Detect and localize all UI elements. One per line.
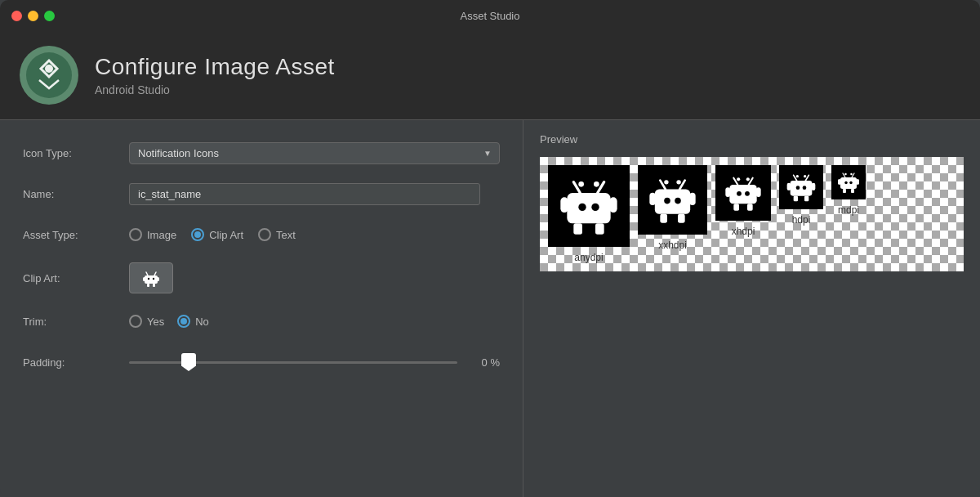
trim-row: Trim: Yes No (23, 308, 500, 334)
asset-type-text[interactable]: Text (258, 228, 296, 241)
svg-rect-32 (747, 204, 753, 210)
svg-rect-30 (756, 187, 761, 197)
window-title: Asset Studio (461, 10, 520, 22)
clip-art-control (129, 262, 500, 293)
android-icon-anydpi (556, 173, 621, 239)
svg-point-26 (664, 198, 670, 204)
svg-rect-39 (812, 183, 816, 190)
dpi-label-hdpi: hdpi (792, 214, 811, 226)
svg-point-9 (153, 278, 154, 280)
svg-point-27 (675, 198, 681, 204)
android-studio-logo (20, 46, 78, 105)
header-text: Configure Image Asset Android Studio (95, 54, 335, 96)
radio-trim-yes-label: Yes (147, 316, 164, 328)
radio-text-circle (258, 228, 271, 241)
svg-rect-40 (794, 196, 798, 202)
trim-control: Yes No (129, 315, 500, 328)
name-row: Name: (23, 181, 500, 207)
svg-rect-3 (145, 275, 158, 284)
svg-rect-11 (560, 197, 568, 213)
svg-rect-14 (595, 223, 604, 234)
asset-type-label: Asset Type: (23, 229, 129, 241)
maximize-button[interactable] (44, 11, 55, 21)
svg-rect-46 (840, 177, 857, 189)
close-button[interactable] (11, 11, 22, 21)
dpi-label-xxhdpi: xxhdpi (658, 240, 687, 251)
clip-art-button[interactable] (129, 262, 173, 293)
trim-yes[interactable]: Yes (129, 315, 164, 328)
svg-point-18 (591, 204, 599, 211)
radio-clipart-label: Clip Art (209, 229, 243, 241)
page-subtitle: Android Studio (95, 83, 335, 96)
preview-area: anydpi (540, 157, 964, 271)
titlebar: Asset Studio (0, 0, 980, 31)
preview-item-hdpi: hdpi (779, 165, 823, 226)
preview-label: Preview (540, 133, 964, 146)
svg-point-52 (850, 173, 853, 176)
dpi-label-xhdpi: xhdpi (732, 226, 755, 237)
svg-rect-7 (153, 284, 155, 287)
svg-rect-48 (857, 179, 860, 185)
preview-item-mdpi: mdpi (831, 165, 866, 216)
svg-rect-50 (851, 189, 854, 193)
svg-point-24 (664, 180, 668, 184)
svg-rect-41 (804, 196, 808, 202)
dpi-label-anydpi: anydpi (574, 252, 603, 263)
name-control (129, 183, 500, 205)
svg-point-51 (844, 173, 847, 176)
padding-row: Padding: 0 % (23, 349, 500, 375)
content-area: Icon Type: Notification Icons ▼ Name: As… (0, 120, 980, 497)
trim-no[interactable]: No (177, 315, 209, 328)
asset-type-image[interactable]: Image (129, 228, 176, 241)
svg-rect-47 (838, 179, 841, 185)
radio-trim-yes-circle (129, 315, 142, 328)
svg-rect-29 (725, 187, 730, 197)
svg-rect-13 (573, 223, 582, 234)
svg-point-8 (148, 278, 149, 280)
preview-box-xhdpi (715, 165, 771, 221)
svg-point-17 (578, 204, 586, 211)
preview-item-xxhdpi: xxhdpi (638, 165, 707, 251)
radio-image-label: Image (147, 229, 176, 241)
trim-label: Trim: (23, 316, 129, 328)
svg-point-33 (737, 177, 740, 181)
clip-art-row: Clip Art: (23, 262, 500, 293)
svg-rect-12 (609, 197, 617, 213)
svg-rect-49 (843, 189, 846, 193)
icon-type-dropdown[interactable]: Notification Icons (129, 142, 500, 164)
svg-rect-38 (787, 183, 791, 190)
svg-point-36 (745, 191, 750, 196)
asset-type-row: Asset Type: Image Clip Art Text (23, 222, 500, 248)
svg-point-42 (796, 175, 799, 177)
padding-label: Padding: (23, 356, 129, 369)
svg-point-2 (45, 65, 53, 73)
preview-box-hdpi (779, 165, 823, 209)
android-clipart-icon (141, 268, 161, 288)
padding-control: 0 % (129, 356, 500, 369)
name-input[interactable] (129, 183, 480, 205)
page-title: Configure Image Asset (95, 54, 335, 80)
header: Configure Image Asset Android Studio (0, 31, 980, 120)
clip-art-label: Clip Art: (23, 272, 129, 284)
android-icon-hdpi (785, 171, 817, 204)
radio-trim-no-label: No (195, 316, 209, 328)
android-icon-mdpi (836, 170, 861, 195)
preview-item-anydpi: anydpi (548, 165, 630, 263)
svg-point-15 (578, 181, 584, 187)
minimize-button[interactable] (28, 11, 38, 21)
preview-item-xhdpi: xhdpi (715, 165, 771, 237)
svg-point-25 (676, 180, 680, 184)
svg-rect-5 (157, 277, 159, 281)
name-label: Name: (23, 188, 129, 200)
svg-rect-19 (655, 190, 690, 214)
left-panel: Icon Type: Notification Icons ▼ Name: As… (0, 120, 523, 497)
svg-point-34 (746, 177, 750, 181)
svg-point-44 (796, 186, 800, 190)
padding-slider[interactable] (129, 361, 457, 364)
svg-rect-6 (147, 284, 149, 287)
radio-image-circle (129, 228, 142, 241)
icon-type-control: Notification Icons ▼ (129, 142, 500, 164)
traffic-lights (11, 11, 55, 21)
svg-rect-31 (733, 204, 739, 210)
asset-type-clipart[interactable]: Clip Art (191, 228, 243, 241)
